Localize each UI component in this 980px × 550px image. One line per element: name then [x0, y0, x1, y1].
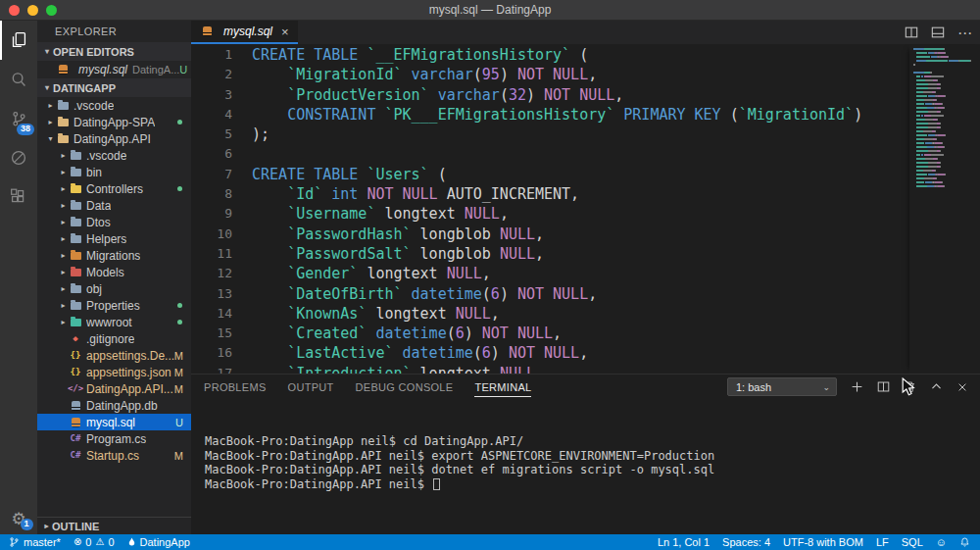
maximize-panel-icon[interactable] [930, 380, 943, 393]
code-line[interactable]: 16 `LastActive` datetime(6) NOT NULL, [191, 343, 980, 363]
tree-item-datingapp-spa[interactable]: ▸DatingApp-SPA [37, 114, 191, 130]
file-label: DatingApp.db [86, 399, 158, 413]
tree-item--vscode[interactable]: ▸.vscode [37, 147, 191, 164]
cursor-position-item[interactable]: Ln 1, Col 1 [658, 536, 710, 548]
git-modified-dot [177, 320, 182, 325]
code-line[interactable]: 3 `ProductVersion` varchar(32) NOT NULL, [191, 85, 980, 105]
window-title: mysql.sql — DatingApp [429, 3, 552, 17]
folder-icon [58, 102, 69, 110]
code-line[interactable]: 6 [191, 144, 980, 164]
app-launch-item[interactable]: DatingApp [127, 536, 190, 548]
tree-item-data[interactable]: ▸Data [37, 197, 191, 214]
open-editors-header[interactable]: ▾ OPEN EDITORS [37, 42, 191, 61]
tree-item-obj[interactable]: ▸obj [37, 280, 191, 297]
close-window-button[interactable] [9, 5, 20, 16]
code-line[interactable]: 8 `Id` int NOT NULL AUTO_INCREMENT, [191, 184, 980, 204]
line-number: 3 [191, 85, 232, 105]
notifications-bell-icon[interactable] [959, 536, 970, 548]
new-terminal-icon[interactable] [851, 380, 863, 393]
tree-item-startup-cs[interactable]: C#Startup.csM [37, 447, 191, 464]
tree-item-models[interactable]: ▸Models [37, 264, 191, 280]
csharp-icon: C# [71, 451, 81, 460]
tree-item-program-cs[interactable]: C#Program.cs [37, 430, 191, 447]
project-section-header[interactable]: ▾ DATINGAPP [37, 78, 191, 97]
tree-item-helpers[interactable]: ▸Helpers [37, 230, 191, 247]
code-editor[interactable]: 1CREATE TABLE `__EFMigrationsHistory` (2… [191, 44, 980, 374]
code-line[interactable]: 5); [191, 125, 980, 144]
chevron-down-icon: ▾ [41, 47, 53, 56]
code-line[interactable]: 14 `KnownAs` longtext NULL, [191, 304, 980, 324]
activity-debug[interactable] [0, 138, 37, 177]
file-label: appsettings.De... [86, 349, 174, 363]
panel-tab-output[interactable]: OUTPUT [288, 376, 334, 397]
more-actions-icon[interactable]: ⋯ [957, 25, 972, 40]
tree-item-appsettings-json[interactable]: {}appsettings.jsonM [37, 364, 191, 380]
close-tab-icon[interactable]: × [281, 25, 289, 38]
activity-explorer[interactable] [0, 21, 37, 60]
terminal-shell-select[interactable]: 1: bash ⌄ [727, 377, 837, 396]
outline-section-header[interactable]: ▸ OUTLINE [37, 517, 191, 534]
terminal[interactable]: MacBook-Pro:DatingApp neil$ cd DatingApp… [191, 399, 980, 534]
line-number: 8 [191, 184, 232, 204]
problems-item[interactable]: ⊗ 0 ⚠ 0 [74, 536, 115, 548]
tree-item-controllers[interactable]: ▸Controllers [37, 180, 191, 197]
tree-item-datingapp-api-[interactable]: </>DatingApp.API...M [37, 380, 191, 397]
code-line[interactable]: 12 `Gender` longtext NULL, [191, 264, 980, 283]
tree-item-appsettings-de-[interactable]: {}appsettings.De...M [37, 347, 191, 364]
split-terminal-icon[interactable] [877, 380, 890, 393]
encoding-item[interactable]: UTF-8 with BOM [783, 536, 863, 548]
tree-item-bin[interactable]: ▸bin [37, 164, 191, 180]
git-branch-item[interactable]: master* [9, 536, 61, 548]
tree-item--gitignore[interactable]: ◆.gitignore [37, 330, 191, 347]
maximize-window-button[interactable] [46, 5, 57, 16]
tree-item-properties[interactable]: ▸Properties [37, 297, 191, 314]
folder-icon [71, 235, 81, 243]
code-line[interactable]: 1CREATE TABLE `__EFMigrationsHistory` ( [191, 45, 980, 65]
code-line[interactable]: 10 `PasswordHash` longblob NULL, [191, 225, 980, 244]
panel-tab-problems[interactable]: PROBLEMS [204, 376, 267, 397]
code-line[interactable]: 4 CONSTRAINT `PK___EFMigrationsHistory` … [191, 105, 980, 125]
tree-item-mysql-sql[interactable]: mysql.sqlU [37, 414, 191, 430]
toggle-panel-icon[interactable] [931, 25, 945, 39]
code-line[interactable]: 9 `Username` longtext NULL, [191, 204, 980, 224]
flame-icon [127, 537, 136, 548]
minimize-window-button[interactable] [27, 5, 38, 16]
activity-search[interactable] [0, 60, 37, 99]
code-line[interactable]: 15 `Created` datetime(6) NOT NULL, [191, 324, 980, 343]
file-label: Properties [86, 299, 140, 313]
editor-group: mysql.sql × ⋯ 1CREATE TABLE `__EFMigrati [191, 21, 980, 534]
git-status-badge: M [174, 450, 183, 462]
line-number: 4 [191, 105, 232, 125]
activity-source-control[interactable]: 38 [0, 99, 37, 138]
split-editor-icon[interactable] [905, 25, 918, 39]
code-line[interactable]: 17 `Introduction` longtext NULL, [191, 364, 980, 374]
activity-extensions[interactable] [0, 177, 37, 217]
panel-tab-debug-console[interactable]: DEBUG CONSOLE [356, 376, 454, 397]
tab-mysql-sql[interactable]: mysql.sql × [191, 21, 298, 44]
tree-item--vscode[interactable]: ▸.vscode [37, 97, 191, 114]
csharp-icon: C# [71, 434, 81, 443]
tree-item-migrations[interactable]: ▸Migrations [37, 247, 191, 264]
code-line[interactable]: 2 `MigrationId` varchar(95) NOT NULL, [191, 65, 980, 84]
code-line[interactable]: 13 `DateOfBirth` datetime(6) NOT NULL, [191, 284, 980, 304]
indentation-item[interactable]: Spaces: 4 [722, 536, 770, 548]
eol-item[interactable]: LF [876, 536, 889, 548]
folder-icon [71, 219, 81, 226]
kill-terminal-icon[interactable] [904, 380, 916, 393]
minimap[interactable] [909, 45, 980, 374]
code-line[interactable]: 7CREATE TABLE `Users` ( [191, 165, 980, 184]
tab-label: mysql.sql [223, 25, 272, 38]
tree-item-wwwroot[interactable]: ▸wwwroot [37, 314, 191, 330]
open-editor-item[interactable]: mysql.sql DatingA... U [37, 61, 191, 78]
tree-item-datingapp-db[interactable]: DatingApp.db [37, 397, 191, 414]
tree-item-datingapp-api[interactable]: ▾DatingApp.API [37, 130, 191, 147]
feedback-smiley-icon[interactable]: ☺ [936, 537, 947, 548]
code-line[interactable]: 11 `PasswordSalt` longblob NULL, [191, 244, 980, 264]
chevron-icon: ▸ [58, 268, 69, 276]
tree-item-dtos[interactable]: ▸Dtos [37, 214, 191, 230]
panel-tab-terminal[interactable]: TERMINAL [474, 376, 531, 397]
language-mode-item[interactable]: SQL [902, 536, 923, 548]
activity-manage[interactable]: ⚙1 [0, 511, 37, 527]
close-panel-icon[interactable] [956, 381, 968, 393]
line-number: 7 [191, 165, 232, 184]
